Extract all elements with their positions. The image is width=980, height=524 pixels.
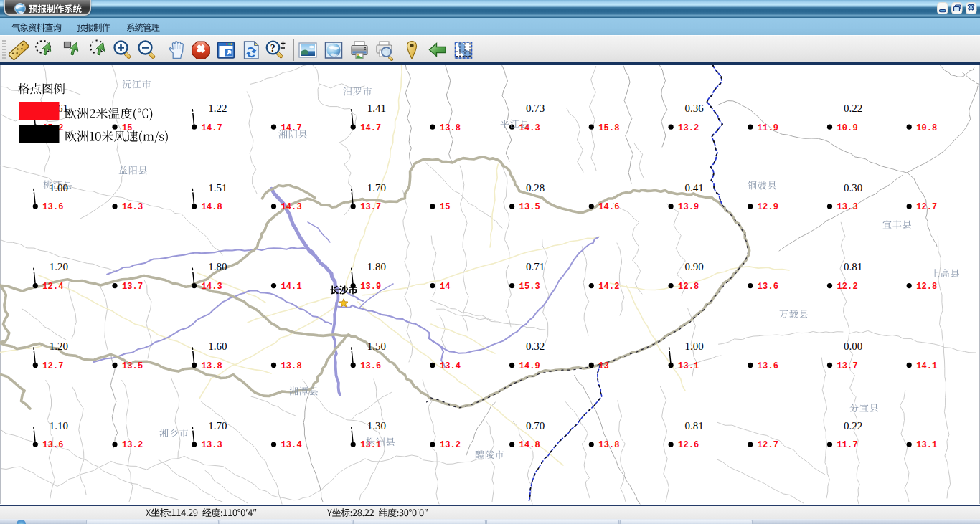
svg-text:0.32: 0.32 xyxy=(526,340,545,352)
svg-text:13.3: 13.3 xyxy=(837,202,858,212)
svg-text:0.90: 0.90 xyxy=(685,261,704,272)
svg-text:0.81: 0.81 xyxy=(844,261,862,272)
svg-text:14.6: 14.6 xyxy=(598,202,619,212)
svg-text:14.7: 14.7 xyxy=(202,123,222,133)
svg-text:1.80: 1.80 xyxy=(208,261,227,272)
svg-text:1.70: 1.70 xyxy=(367,182,386,194)
svg-text:13.2: 13.2 xyxy=(678,123,699,133)
svg-text:0.70: 0.70 xyxy=(526,420,545,432)
svg-text:0.30: 0.30 xyxy=(844,182,862,194)
svg-text:13.8: 13.8 xyxy=(281,361,302,371)
svg-text:1.80: 1.80 xyxy=(367,261,386,272)
svg-text:13.8: 13.8 xyxy=(598,440,619,450)
svg-text:13.7: 13.7 xyxy=(360,202,381,212)
svg-text:14.3: 14.3 xyxy=(202,282,222,292)
svg-text:12.7: 12.7 xyxy=(758,440,778,450)
svg-text:14.9: 14.9 xyxy=(519,361,540,371)
svg-text:13.5: 13.5 xyxy=(122,361,143,371)
svg-text:13.1: 13.1 xyxy=(916,440,937,450)
svg-text:13.6: 13.6 xyxy=(758,361,778,371)
svg-text:14.8: 14.8 xyxy=(202,202,222,212)
svg-text:13.6: 13.6 xyxy=(42,440,63,450)
svg-text:14.1: 14.1 xyxy=(281,282,302,292)
svg-text:0.81: 0.81 xyxy=(685,420,704,432)
svg-text:0.22: 0.22 xyxy=(844,420,862,432)
svg-text:13.8: 13.8 xyxy=(440,123,461,133)
svg-text:13.3: 13.3 xyxy=(202,440,222,450)
svg-text:0.36: 0.36 xyxy=(685,103,705,114)
svg-text:12.4: 12.4 xyxy=(42,282,63,292)
svg-text:15.3: 15.3 xyxy=(519,282,540,292)
svg-text:13: 13 xyxy=(598,361,609,371)
svg-text:13.8: 13.8 xyxy=(202,361,222,371)
svg-text:13.9: 13.9 xyxy=(360,282,381,292)
svg-text:12.8: 12.8 xyxy=(678,282,699,292)
svg-text:13.1: 13.1 xyxy=(678,361,699,371)
svg-text:13.4: 13.4 xyxy=(281,440,302,450)
svg-text:0.00: 0.00 xyxy=(844,340,862,352)
svg-text:11.7: 11.7 xyxy=(837,440,858,450)
svg-text:13.7: 13.7 xyxy=(837,361,858,371)
svg-text:1.10: 1.10 xyxy=(50,420,68,432)
svg-text:13.6: 13.6 xyxy=(42,202,63,212)
svg-text:1.00: 1.00 xyxy=(685,340,704,352)
svg-text:12.2: 12.2 xyxy=(837,282,858,292)
svg-text:13.5: 13.5 xyxy=(519,202,540,212)
svg-text:12.8: 12.8 xyxy=(916,282,937,292)
svg-text:1.50: 1.50 xyxy=(367,340,386,352)
svg-text:13.9: 13.9 xyxy=(678,202,699,212)
svg-text:14.3: 14.3 xyxy=(281,202,302,212)
svg-text:15: 15 xyxy=(440,202,451,212)
svg-text:1.51: 1.51 xyxy=(208,182,227,194)
svg-text:13.6: 13.6 xyxy=(360,361,381,371)
svg-text:10.8: 10.8 xyxy=(916,123,937,133)
svg-text:11.9: 11.9 xyxy=(758,123,778,133)
svg-text:12.9: 12.9 xyxy=(758,202,778,212)
svg-text:13.6: 13.6 xyxy=(758,282,778,292)
svg-text:14.1: 14.1 xyxy=(916,361,937,371)
svg-text:?: ? xyxy=(270,43,275,54)
svg-text:12.6: 12.6 xyxy=(678,440,699,450)
svg-text:1.22: 1.22 xyxy=(208,103,227,114)
svg-text:14: 14 xyxy=(440,282,451,292)
svg-text:13.2: 13.2 xyxy=(440,440,461,450)
svg-text:1.20: 1.20 xyxy=(50,261,68,272)
svg-text:14.3: 14.3 xyxy=(122,202,143,212)
svg-text:0.22: 0.22 xyxy=(844,103,862,114)
svg-text:10.9: 10.9 xyxy=(837,123,858,133)
svg-text:14.7: 14.7 xyxy=(360,123,381,133)
svg-text:1.20: 1.20 xyxy=(50,340,68,352)
svg-text:1.60: 1.60 xyxy=(208,340,227,352)
svg-text:0.28: 0.28 xyxy=(526,182,545,194)
svg-text:13.4: 13.4 xyxy=(440,361,461,371)
svg-text:12.7: 12.7 xyxy=(42,361,63,371)
svg-text:13.7: 13.7 xyxy=(122,282,143,292)
svg-text:12.7: 12.7 xyxy=(916,202,937,212)
svg-text:1.70: 1.70 xyxy=(208,420,227,432)
svg-text:0.71: 0.71 xyxy=(526,261,545,272)
svg-text:15.8: 15.8 xyxy=(598,123,619,133)
svg-text:1.00: 1.00 xyxy=(50,182,68,194)
svg-text:13.2: 13.2 xyxy=(122,440,143,450)
svg-text:14.8: 14.8 xyxy=(519,440,540,450)
svg-text:0.41: 0.41 xyxy=(685,182,704,194)
svg-text:14.2: 14.2 xyxy=(598,282,619,292)
svg-text:1.30: 1.30 xyxy=(367,420,386,432)
svg-text:1.41: 1.41 xyxy=(367,103,386,114)
svg-text:0.73: 0.73 xyxy=(526,103,545,114)
